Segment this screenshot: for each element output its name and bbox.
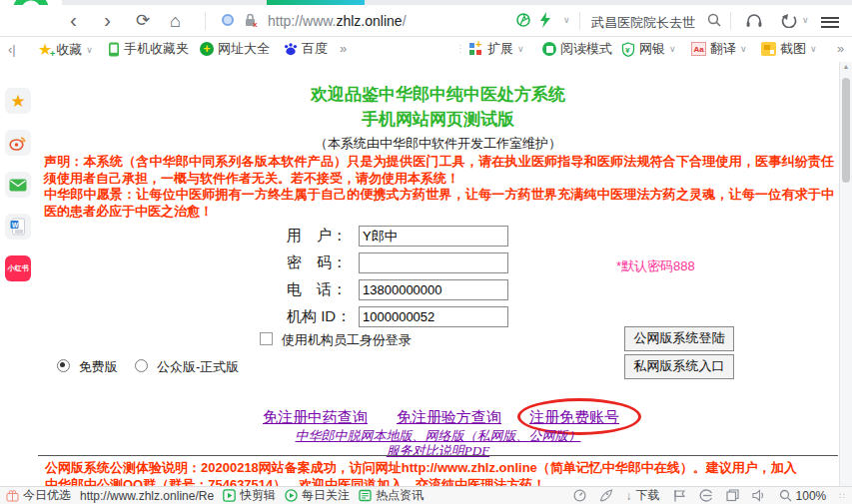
status-bar: 今日优选 http://www.zhlz.online/Re 快剪辑 每日关注 [0,486,852,504]
translate-chevron-icon: ∨ [740,44,747,54]
rocket-icon[interactable] [599,489,613,502]
user-field[interactable] [359,226,508,247]
bookmark-baidu[interactable]: 百度 [284,40,328,58]
public-edition-radio[interactable] [135,359,148,372]
flag-icon[interactable] [673,489,686,502]
sidebar-xiaohongshu-button[interactable]: 小红书 [5,255,31,281]
reader-mode-button[interactable]: 阅读模式 [542,40,612,58]
status-url: http://www.zhlz.online/Re [80,489,214,503]
urlbar-dropdown-chevron-icon[interactable]: ∨ [563,15,570,25]
page-title-line1: 欢迎品鉴中华郎中纯中医处方系统 [36,82,840,107]
daily-play-icon [285,489,298,502]
herb-query-link[interactable]: 免注册中药查询 [263,408,368,427]
undo-dropdown-chevron-icon[interactable]: ∨ [802,15,809,25]
scrollbar-thumb[interactable] [842,78,850,183]
bank-label: 网银 [639,40,665,58]
private-entry-button[interactable]: 私网版系统入口 [624,354,734,379]
headset-icon[interactable] [745,12,763,29]
menu-icon[interactable] [821,14,839,30]
screenshot-chevron-icon: ∨ [810,44,817,54]
resize-grip[interactable]: ∷ [839,491,846,501]
vertical-scrollbar[interactable]: ▲ [839,62,852,486]
extensions-chevron-icon: ∨ [517,44,524,54]
translate-icon: Aa [691,42,706,56]
back-icon[interactable]: ‹ [70,6,77,34]
shutter-icon[interactable] [516,13,530,27]
bookmark-phone-favorites[interactable]: 手机收藏夹 [108,40,189,58]
hot-news-label: 热点资讯 [376,487,424,504]
refresh-icon[interactable]: ⟳ [136,7,150,35]
staff-login-checkbox[interactable] [260,332,273,345]
search-divider [730,12,731,30]
sidebar-word-doc-button[interactable]: W [5,214,31,240]
download-icon: ↓ [626,489,632,503]
favorites-label: 收藏 [56,41,82,59]
site-info-icon[interactable] [222,14,234,26]
org-id-field[interactable] [359,306,508,327]
user-label: 用 户： [287,227,359,246]
zoom-control[interactable]: 100% [779,489,827,503]
today-picks[interactable]: 今日优选 [6,487,71,504]
sidebar-weibo-button[interactable] [5,130,31,156]
undo-icon[interactable] [781,13,798,28]
svg-text:¥: ¥ [625,45,630,54]
free-edition-radio[interactable] [57,359,70,372]
url-path: / [403,13,407,29]
extensions-label: 扩展 [487,40,513,58]
password-label: 密 码： [287,253,359,272]
lightning-icon[interactable] [539,12,551,28]
speed-icon[interactable] [573,489,586,502]
staff-login-checkbox-row[interactable]: 使用机构员工身份登录 [260,331,412,349]
daily-follow-label: 每日关注 [302,487,350,504]
translate-button[interactable]: Aa 翻译 ∨ [691,40,747,58]
quick-clip[interactable]: 快剪辑 [223,487,276,504]
recipe-query-link[interactable]: 免注册验方查询 [397,408,501,427]
collapse-sidebar-icon[interactable]: ‹| [8,42,16,57]
hot-news[interactable]: 热点资讯 [359,487,424,504]
page-content: 欢迎品鉴中华郎中纯中医处方系统 手机网站网页测试版 （本系统由中华郎中软件开发工… [36,62,840,486]
page-title-line2: 手机网站网页测试版 [36,107,840,132]
sites-label: 网址大全 [218,40,270,58]
ie-compat-icon[interactable] [699,489,713,502]
search-input[interactable]: 武昌医院院长去世 [591,14,695,32]
password-field[interactable] [359,252,508,273]
toolbar-overflow-icon[interactable]: » [837,41,844,56]
bank-button[interactable]: ¥ 网银 ∨ [621,40,676,58]
quick-clip-label: 快剪辑 [240,487,276,504]
star-icon: ★ [10,91,25,112]
bookmark-favorites[interactable]: ★ + 收藏 ∨ [38,40,93,59]
bookmarks-overflow-icon[interactable]: » [340,41,347,56]
sidebar-mail-button[interactable] [5,172,31,198]
daily-follow[interactable]: 每日关注 [285,487,350,504]
screenshot-button[interactable]: 截图 ∨ [761,40,817,58]
favorites-chevron-icon: ∨ [86,45,93,55]
bank-shield-icon: ¥ [621,42,635,57]
news-icon [359,489,372,502]
bookmark-sites[interactable]: + 网址大全 [200,40,270,58]
public-login-button[interactable]: 公网版系统登陆 [624,326,734,351]
url-scheme: http://www. [268,13,336,29]
toolbar-drag-handle: ⋮ [455,43,465,54]
phone-field[interactable] [359,279,508,300]
word-doc-icon: W [10,218,26,236]
url-text[interactable]: http://www.zhlz.online/ [268,13,407,29]
url-domain: zhlz.online [336,13,402,29]
scroll-up-arrow-icon[interactable]: ▲ [840,63,852,70]
speaker-icon[interactable] [752,489,766,502]
insecure-lock-icon[interactable]: x [244,13,260,28]
public-edition-label: 公众版-正式版 [157,359,239,374]
version-compare-link-line2[interactable]: 服务对比说明PDF [36,442,840,460]
zoom-level: 100% [796,489,827,503]
home-icon[interactable]: ⌂ [170,7,181,35]
download-button[interactable]: ↓ 下载 [626,487,660,504]
gift-icon [6,489,19,502]
forward-icon[interactable]: › [104,6,111,34]
staff-login-label: 使用机构员工身份登录 [282,332,412,347]
search-icon[interactable] [707,13,721,27]
extensions-button[interactable]: + 扩展 ∨ [469,40,524,58]
content-divider [38,455,838,456]
side-panel: ★ W 小红书 [0,62,37,486]
sidebar-favorites-button[interactable]: ★ [5,88,31,114]
reader-mode-label: 阅读模式 [560,40,612,58]
window-layout-icon[interactable] [726,489,739,502]
